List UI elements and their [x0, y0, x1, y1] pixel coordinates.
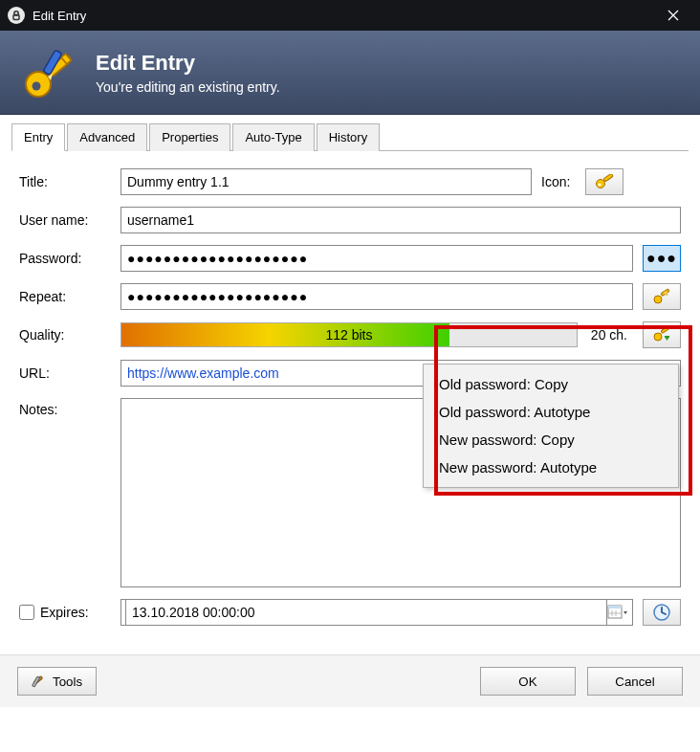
- username-input[interactable]: [120, 207, 681, 233]
- password-input[interactable]: [120, 245, 633, 272]
- tab-autotype[interactable]: Auto-Type: [232, 123, 314, 151]
- menu-new-password-autotype[interactable]: New password: Autotype: [424, 453, 678, 481]
- expires-checkbox[interactable]: [19, 605, 34, 620]
- username-label: User name:: [19, 212, 120, 228]
- close-button[interactable]: [654, 0, 692, 31]
- tools-button[interactable]: Tools: [17, 667, 97, 696]
- expires-label: Expires:: [19, 605, 120, 620]
- ok-button[interactable]: OK: [480, 667, 576, 696]
- tab-strip: Entry Advanced Properties Auto-Type Hist…: [11, 122, 689, 151]
- icon-picker-button[interactable]: [585, 168, 623, 195]
- header-subtitle: You're editing an existing entry.: [96, 79, 280, 95]
- title-label: Title:: [19, 174, 120, 189]
- password-label: Password:: [19, 251, 120, 266]
- quality-label: Quality:: [19, 327, 120, 343]
- menu-old-password-copy[interactable]: Old password: Copy: [424, 370, 678, 398]
- icon-label: Icon:: [541, 174, 570, 189]
- svg-rect-1: [13, 15, 19, 20]
- generate-password-button[interactable]: [643, 283, 681, 310]
- notes-label: Notes:: [19, 398, 120, 417]
- window-titlebar: Edit Entry: [0, 0, 700, 31]
- repeat-input[interactable]: [120, 283, 633, 310]
- password-context-menu: Old password: Copy Old password: Autotyp…: [423, 364, 679, 488]
- expires-date-input[interactable]: [120, 599, 633, 626]
- tab-advanced[interactable]: Advanced: [67, 123, 147, 151]
- tools-icon: [32, 674, 47, 689]
- title-input[interactable]: [120, 168, 532, 195]
- key-edit-icon: [19, 42, 80, 103]
- header-banner: Edit Entry You're editing an existing en…: [0, 31, 700, 115]
- quality-meter: 112 bits: [120, 322, 578, 347]
- svg-point-3: [33, 81, 41, 90]
- svg-point-13: [654, 333, 662, 341]
- menu-old-password-autotype[interactable]: Old password: Autotype: [424, 398, 678, 426]
- menu-new-password-copy[interactable]: New password: Copy: [424, 426, 678, 453]
- window-title: Edit Entry: [33, 9, 86, 23]
- repeat-label: Repeat:: [19, 289, 120, 304]
- quality-bits-text: 112 bits: [325, 327, 372, 343]
- char-count: 20 ch.: [591, 327, 627, 343]
- url-label: URL:: [19, 365, 120, 381]
- tab-entry[interactable]: Entry: [11, 123, 65, 151]
- app-icon: [8, 7, 25, 24]
- password-change-menu-button[interactable]: [643, 321, 681, 348]
- svg-rect-16: [608, 606, 622, 608]
- calendar-dropdown-icon[interactable]: [607, 604, 628, 621]
- reveal-password-button[interactable]: ●●●: [643, 245, 681, 272]
- svg-rect-10: [603, 174, 613, 182]
- tab-history[interactable]: History: [317, 123, 380, 151]
- dialog-footer: Tools OK Cancel: [0, 654, 700, 707]
- expires-preset-button[interactable]: [643, 599, 681, 626]
- svg-point-9: [599, 183, 602, 186]
- svg-point-11: [654, 296, 662, 303]
- header-title: Edit Entry: [96, 51, 280, 76]
- tab-properties[interactable]: Properties: [149, 123, 230, 151]
- svg-rect-14: [661, 326, 669, 333]
- cancel-button[interactable]: Cancel: [587, 667, 683, 696]
